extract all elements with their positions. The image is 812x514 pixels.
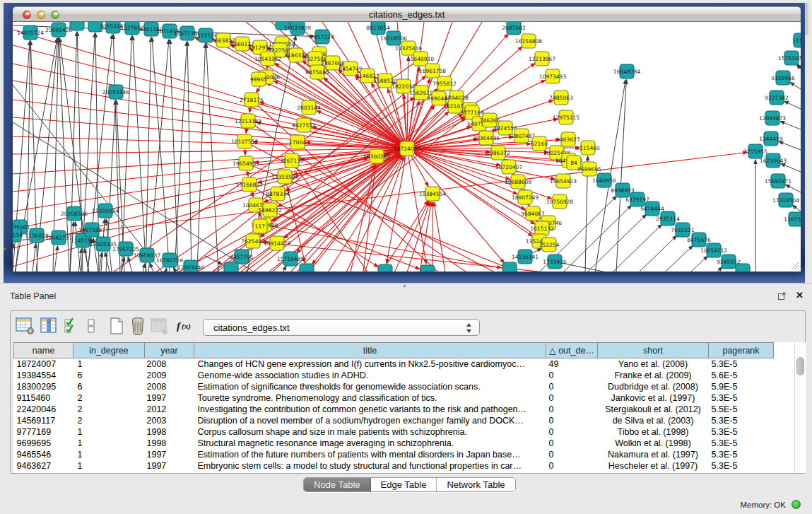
cell-short[interactable]: Franke et al. (2009) bbox=[598, 370, 709, 381]
graph-node[interactable]: 2718176 bbox=[240, 93, 264, 107]
cell-pagerank[interactable]: 5.3E-5 bbox=[709, 358, 774, 370]
cell-title[interactable]: Corpus callosum shape and size in male p… bbox=[194, 426, 546, 438]
graph-node[interactable] bbox=[300, 264, 314, 271]
graph-node[interactable]: 16648784 bbox=[613, 64, 640, 78]
cell-out_de[interactable]: 0 bbox=[546, 381, 598, 392]
graph-node[interactable]: 3215955 bbox=[743, 144, 767, 158]
graph-node[interactable] bbox=[224, 262, 238, 271]
cell-pagerank[interactable]: 5.3E-5 bbox=[709, 392, 774, 404]
cell-out_de[interactable]: 0 bbox=[546, 426, 598, 438]
cell-pagerank[interactable]: 5.3E-5 bbox=[709, 415, 774, 426]
graph-node[interactable]: 1244419 bbox=[759, 132, 783, 146]
network-canvas[interactable]: 1405572420691406105532871527602846116010… bbox=[13, 22, 801, 271]
cell-in_degree[interactable]: 1 bbox=[73, 426, 145, 438]
column-header-in_degree[interactable]: in_degree bbox=[73, 343, 145, 358]
graph-node[interactable]: 117 bbox=[253, 219, 267, 233]
cell-short[interactable]: Yano et al. (2008) bbox=[598, 358, 709, 370]
cell-in_degree[interactable]: 1 bbox=[73, 460, 145, 472]
table-row[interactable]: 911546021997Tourette syndrome. Phenomeno… bbox=[14, 392, 774, 404]
cell-pagerank[interactable]: 5.3E-5 bbox=[709, 426, 774, 438]
graph-node[interactable]: 10688609 bbox=[505, 175, 531, 189]
cell-short[interactable]: Jankovic et al. (1997) bbox=[598, 392, 709, 404]
window-titlebar[interactable]: citations_edges.txt bbox=[13, 6, 801, 22]
tab-network-table[interactable]: Network Table bbox=[437, 478, 514, 491]
splitter-collapse-arrow[interactable]: ▸ bbox=[4, 245, 7, 253]
cell-year[interactable]: 2012 bbox=[145, 404, 194, 415]
cell-title[interactable]: Embryonic stem cells: a model to study s… bbox=[194, 460, 546, 472]
cell-pagerank[interactable]: 5.3E-5 bbox=[709, 438, 774, 449]
cell-year[interactable]: 1997 bbox=[145, 392, 194, 404]
graph-node[interactable] bbox=[378, 264, 392, 271]
cell-name[interactable]: 19384554 bbox=[14, 370, 73, 381]
function-builder-icon[interactable]: f(x) bbox=[176, 317, 194, 338]
column-header-year[interactable]: year bbox=[145, 343, 194, 358]
tab-node-table[interactable]: Node Table bbox=[304, 478, 371, 491]
cell-short[interactable]: Nakamura et al. (1997) bbox=[598, 449, 709, 460]
delete-column-icon[interactable] bbox=[129, 317, 146, 338]
cell-out_de[interactable]: 0 bbox=[546, 449, 598, 460]
cell-pagerank[interactable]: 5.9E-5 bbox=[709, 381, 774, 392]
graph-node[interactable]: 9457791 bbox=[230, 250, 254, 264]
graph-node[interactable]: 17359924 bbox=[92, 204, 119, 218]
window-resize-grip[interactable] bbox=[789, 260, 799, 270]
table-row[interactable]: 1456911722003Disruption of a novel membe… bbox=[14, 415, 774, 426]
graph-node[interactable] bbox=[502, 262, 517, 271]
graph-node[interactable]: 9227342 bbox=[765, 90, 789, 105]
table-row[interactable]: 1938455462009Genome-wide association stu… bbox=[14, 370, 774, 381]
cell-year[interactable]: 2008 bbox=[145, 381, 194, 392]
cell-pagerank[interactable]: 5.5E-5 bbox=[709, 404, 774, 415]
cell-name[interactable]: 9699695 bbox=[14, 438, 73, 449]
cell-in_degree[interactable]: 2 bbox=[73, 392, 145, 404]
cell-out_de[interactable]: 0 bbox=[546, 370, 598, 381]
graph-node[interactable]: 15751074 bbox=[778, 51, 801, 65]
table-row[interactable]: 1872400712008Changes of HCN gene express… bbox=[14, 358, 774, 370]
cell-short[interactable]: de Silva et al. (2003) bbox=[598, 415, 709, 426]
graph-node[interactable]: 20691406 bbox=[45, 23, 72, 37]
cell-out_de[interactable]: 0 bbox=[546, 415, 598, 426]
cell-name[interactable]: 9465546 bbox=[14, 449, 73, 460]
desktop-scrollbar-thumb[interactable] bbox=[805, 3, 808, 35]
cell-title[interactable]: Estimation of the future numbers of pati… bbox=[194, 449, 546, 460]
cell-name[interactable]: 18300295 bbox=[14, 381, 73, 392]
cell-pagerank[interactable]: 5.6E-5 bbox=[709, 370, 774, 381]
splitter-arrow-icon[interactable]: ▲ bbox=[402, 283, 407, 288]
cell-in_degree[interactable]: 2 bbox=[73, 404, 145, 415]
table-row[interactable]: 1830029562008Estimation of significance … bbox=[14, 381, 774, 392]
graph-node[interactable]: 17004 bbox=[289, 135, 306, 149]
cell-pagerank[interactable]: 5.3E-5 bbox=[709, 449, 774, 460]
graph-node[interactable]: 19166827 bbox=[236, 177, 263, 192]
cell-out_de[interactable]: 0 bbox=[546, 438, 598, 449]
network-table-select[interactable]: citations_edges.txt bbox=[203, 319, 480, 336]
cell-name[interactable]: 22420046 bbox=[14, 404, 73, 415]
column-header-pagerank[interactable]: pagerank bbox=[709, 343, 774, 358]
float-window-icon[interactable] bbox=[778, 292, 787, 300]
cell-year[interactable]: 1998 bbox=[145, 438, 194, 449]
cell-year[interactable]: 1997 bbox=[145, 449, 194, 460]
select-columns-icon[interactable] bbox=[40, 317, 57, 338]
graph-node[interactable]: 8878334 bbox=[266, 187, 290, 201]
cell-out_de[interactable]: 0 bbox=[546, 392, 598, 404]
graph-node[interactable]: 12975115 bbox=[553, 110, 579, 124]
cell-name[interactable]: 9115460 bbox=[14, 392, 73, 404]
table-row[interactable]: 969969511998Structural magnetic resonanc… bbox=[14, 438, 774, 449]
cell-name[interactable]: 14569117 bbox=[14, 415, 73, 426]
table-settings-icon[interactable] bbox=[16, 317, 35, 338]
cell-year[interactable]: 1997 bbox=[145, 460, 194, 472]
graph-node[interactable] bbox=[420, 265, 435, 271]
cell-short[interactable]: Hescheler et al. (1997) bbox=[598, 460, 709, 472]
cell-out_de[interactable]: 0 bbox=[546, 404, 598, 415]
graph-node[interactable]: 2087682 bbox=[502, 22, 526, 35]
cell-in_degree[interactable]: 1 bbox=[73, 358, 145, 370]
graph-node[interactable]: 14055724 bbox=[17, 25, 44, 40]
graph-node[interactable]: 39154 bbox=[13, 228, 23, 242]
cell-short[interactable]: Tibbo et al. (1998) bbox=[598, 426, 709, 438]
tab-edge-table[interactable]: Edge Table bbox=[371, 478, 437, 491]
cell-name[interactable]: 18724007 bbox=[14, 358, 73, 370]
graph-node[interactable] bbox=[736, 264, 750, 271]
graph-node[interactable]: 19756928 bbox=[546, 194, 573, 209]
graph-node[interactable]: 17016504 bbox=[772, 193, 799, 207]
cell-year[interactable]: 2009 bbox=[145, 370, 194, 381]
graph-node[interactable]: 19384554 bbox=[419, 187, 446, 201]
cell-short[interactable]: Stergiakouli et al. (2012) bbox=[598, 404, 709, 415]
graph-node[interactable]: 7955812 bbox=[433, 76, 457, 90]
